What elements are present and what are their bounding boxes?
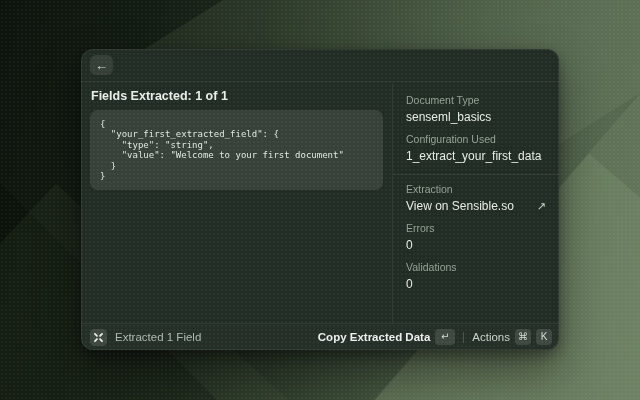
sensible-logo-icon (90, 329, 107, 346)
view-on-sensible-label: View on Sensible.so (406, 199, 514, 214)
copy-extracted-data-button[interactable]: Copy Extracted Data ↵ (318, 329, 455, 345)
view-on-sensible-link[interactable]: View on Sensible.so ↗ (406, 199, 546, 214)
extension-window: ← Fields Extracted: 1 of 1 { "your_first… (81, 49, 559, 350)
validations-label: Validations (406, 261, 546, 274)
configuration-used-value: 1_extract_your_first_data (406, 149, 546, 164)
copy-extracted-data-label: Copy Extracted Data (318, 331, 430, 343)
errors-label: Errors (406, 222, 546, 235)
errors-value: 0 (406, 238, 546, 253)
footer-separator (463, 332, 464, 343)
k-key-icon: K (536, 329, 552, 345)
extraction-status-text: Extracted 1 Field (115, 331, 201, 343)
command-key-icon: ⌘ (515, 329, 531, 345)
fields-extracted-heading: Fields Extracted: 1 of 1 (91, 89, 383, 104)
action-bar: Extracted 1 Field Copy Extracted Data ↵ … (81, 323, 559, 350)
document-type-value: senseml_basics (406, 110, 546, 125)
extracted-json-code: { "your_first_extracted_field": { "type"… (90, 110, 383, 190)
back-arrow-icon: ← (95, 59, 108, 72)
configuration-used-label: Configuration Used (406, 133, 546, 146)
enter-key-icon: ↵ (435, 329, 455, 345)
external-link-icon: ↗ (537, 199, 546, 214)
actions-menu-button[interactable]: Actions ⌘ K (472, 329, 552, 345)
actions-label: Actions (472, 331, 510, 343)
metadata-divider (393, 174, 559, 175)
metadata-panel: Document Type senseml_basics Configurati… (392, 83, 559, 323)
document-type-label: Document Type (406, 94, 546, 107)
extraction-label: Extraction (406, 183, 546, 196)
validations-value: 0 (406, 277, 546, 292)
back-button[interactable]: ← (90, 55, 113, 75)
fields-pane: Fields Extracted: 1 of 1 { "your_first_e… (81, 83, 392, 323)
window-header: ← (81, 49, 559, 82)
